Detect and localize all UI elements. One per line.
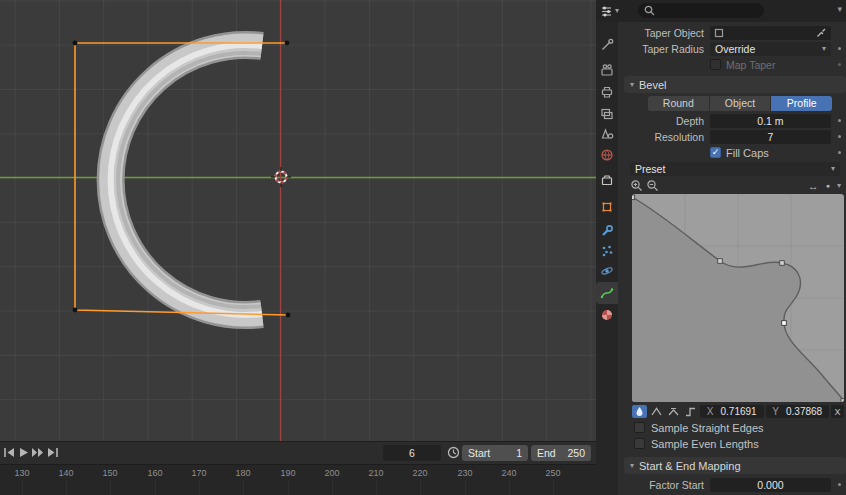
preset-dropdown[interactable]: Preset ▾ xyxy=(630,162,840,176)
zoom-out-icon[interactable] xyxy=(646,179,659,192)
fast-forward-icon[interactable] xyxy=(31,447,45,459)
sample-even-label: Sample Even Lengths xyxy=(651,438,759,450)
tab-tool[interactable] xyxy=(596,34,618,56)
options-dot-icon[interactable]: ● xyxy=(826,182,830,189)
expand-chevron-icon: ▾ xyxy=(630,81,634,89)
timeline-ruler[interactable]: 130 140 150 160 170 180 190 200 210 220 … xyxy=(0,464,596,495)
handle-auto-icon[interactable] xyxy=(632,405,647,418)
jump-to-end-icon[interactable] xyxy=(46,447,60,459)
factor-start-row: Factor Start 0.000 xyxy=(618,477,846,492)
scene-icon xyxy=(600,127,614,141)
tab-scene[interactable] xyxy=(596,123,618,145)
handle-corner-icon[interactable] xyxy=(683,405,698,418)
sample-even-row: Sample Even Lengths xyxy=(634,436,846,451)
sample-straight-checkbox[interactable] xyxy=(634,422,645,433)
frame-end-label: End xyxy=(537,445,556,461)
fill-caps-checkbox[interactable]: ✓ xyxy=(710,147,721,158)
profile-point[interactable] xyxy=(780,261,785,266)
world-icon xyxy=(600,148,614,162)
eyedropper-icon[interactable] xyxy=(816,27,827,38)
point-x-field[interactable]: X 0.71691 xyxy=(700,405,764,418)
viewport-3d[interactable] xyxy=(0,0,596,441)
ruler-tick: 150 xyxy=(95,468,125,478)
animate-dot[interactable] xyxy=(838,135,841,138)
timeline-editor[interactable]: 6 Start 1 End 250 130 140 150 160 170 18… xyxy=(0,441,596,495)
chevron-down-icon: ▾ xyxy=(615,7,619,15)
control-point[interactable] xyxy=(73,308,78,313)
factor-start-label: Factor Start xyxy=(618,479,710,491)
properties-tab-bar xyxy=(596,22,618,495)
profile-point[interactable] xyxy=(632,195,635,200)
frame-start-label: Start xyxy=(468,445,490,461)
point-y-field[interactable]: Y 0.37868 xyxy=(766,405,830,418)
bevel-tab-profile[interactable]: Profile xyxy=(771,96,832,111)
curve-toolbar: ↔ ● ▾ xyxy=(630,178,844,193)
particles-icon xyxy=(600,244,614,258)
animate-dot[interactable] xyxy=(838,63,841,66)
bevel-section-title: Bevel xyxy=(639,79,667,91)
preset-label: Preset xyxy=(635,163,665,175)
map-taper-checkbox[interactable] xyxy=(710,59,721,70)
ruler-tick: 220 xyxy=(405,468,435,478)
tab-object-data[interactable] xyxy=(596,282,618,304)
depth-field[interactable]: 0.1 m xyxy=(710,114,831,128)
taper-radius-dropdown[interactable]: Override ▾ xyxy=(710,42,831,56)
bevel-tab-round[interactable]: Round xyxy=(648,96,709,111)
move-handles-icon[interactable]: ↔ xyxy=(808,180,819,192)
zoom-in-icon[interactable] xyxy=(630,179,643,192)
tab-world[interactable] xyxy=(596,144,618,166)
properties-header: ▾ ▾ xyxy=(596,0,846,23)
animate-dot[interactable] xyxy=(838,47,841,50)
mapping-section-title: Start & End Mapping xyxy=(639,460,741,472)
ruler-tick: 160 xyxy=(140,468,170,478)
tab-render[interactable] xyxy=(596,59,618,81)
animate-dot[interactable] xyxy=(838,151,841,154)
control-point[interactable] xyxy=(73,41,78,46)
ruler-tick: 200 xyxy=(317,468,347,478)
tab-particles[interactable] xyxy=(596,240,618,262)
bevel-section-header[interactable]: ▾ Bevel xyxy=(624,76,846,93)
tab-modifiers[interactable] xyxy=(596,220,618,242)
tab-physics[interactable] xyxy=(596,260,618,282)
scene-canvas xyxy=(0,0,596,441)
animate-dot[interactable] xyxy=(838,483,841,486)
fill-caps-label: Fill Caps xyxy=(726,147,769,159)
bevel-tab-object[interactable]: Object xyxy=(710,96,771,111)
frame-end-field[interactable]: End 250 xyxy=(531,445,591,461)
chevron-down-icon[interactable]: ▾ xyxy=(837,182,841,190)
curve-object[interactable] xyxy=(111,45,262,315)
handle-free-icon[interactable] xyxy=(666,405,681,418)
jump-to-start-icon[interactable] xyxy=(3,447,17,459)
current-frame-field[interactable]: 6 xyxy=(383,445,441,461)
tab-material[interactable] xyxy=(596,304,618,326)
tab-view-layer[interactable] xyxy=(596,103,618,125)
animate-dot[interactable] xyxy=(838,119,841,122)
control-point[interactable] xyxy=(286,313,291,318)
profile-curve-widget[interactable] xyxy=(632,194,844,402)
clock-icon[interactable] xyxy=(447,446,461,458)
profile-point[interactable] xyxy=(718,259,723,264)
header-collapse-chevron[interactable]: ▾ xyxy=(837,4,842,14)
frame-start-field[interactable]: Start 1 xyxy=(462,445,528,461)
profile-point[interactable] xyxy=(841,399,844,402)
search-field[interactable] xyxy=(638,3,764,18)
ruler-tick: 240 xyxy=(494,468,524,478)
profile-point-selected[interactable] xyxy=(782,321,787,326)
tab-object[interactable] xyxy=(596,196,618,218)
ruler-tick: 210 xyxy=(361,468,391,478)
taper-object-label: Taper Object xyxy=(618,27,710,39)
resolution-field[interactable]: 7 xyxy=(710,130,831,144)
tab-collection[interactable] xyxy=(596,169,618,191)
delete-point-button[interactable]: X xyxy=(831,405,844,418)
sample-even-checkbox[interactable] xyxy=(634,438,645,449)
editor-type-button[interactable]: ▾ xyxy=(599,3,627,19)
handle-vector-icon[interactable] xyxy=(649,405,664,418)
mapping-section-header[interactable]: ▾ Start & End Mapping xyxy=(624,457,846,474)
search-input[interactable] xyxy=(659,4,758,17)
tab-output[interactable] xyxy=(596,81,618,103)
expand-chevron-icon: ▾ xyxy=(630,462,634,470)
control-point[interactable] xyxy=(285,41,290,46)
taper-object-field[interactable] xyxy=(710,26,831,40)
factor-start-field[interactable]: 0.000 xyxy=(710,478,831,492)
play-icon[interactable] xyxy=(17,447,31,459)
